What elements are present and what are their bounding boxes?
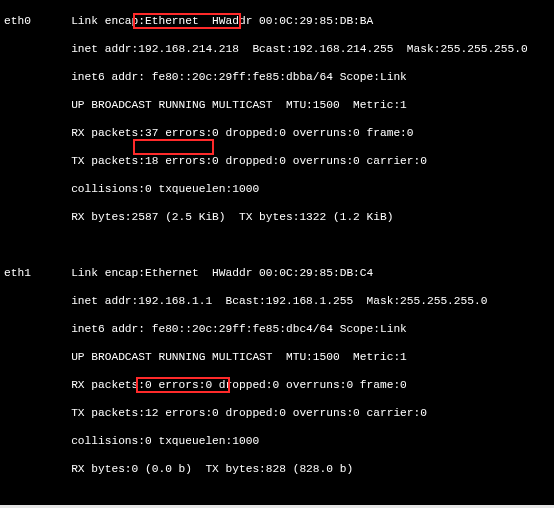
ifconfig-eth0-line: RX bytes:2587 (2.5 KiB) TX bytes:1322 (1…	[4, 210, 550, 224]
ifconfig-eth0-line: inet6 addr: fe80::20c:29ff:fe85:dbba/64 …	[4, 70, 550, 84]
ifconfig-eth0-line: eth0 Link encap:Ethernet HWaddr 00:0C:29…	[4, 14, 550, 28]
ifconfig-eth0-line: UP BROADCAST RUNNING MULTICAST MTU:1500 …	[4, 98, 550, 112]
ifconfig-eth1-line: collisions:0 txqueuelen:1000	[4, 434, 550, 448]
ifconfig-eth1-line: eth1 Link encap:Ethernet HWaddr 00:0C:29…	[4, 266, 550, 280]
ifconfig-eth1-line: UP BROADCAST RUNNING MULTICAST MTU:1500 …	[4, 350, 550, 364]
ifconfig-eth0-line: RX packets:37 errors:0 dropped:0 overrun…	[4, 126, 550, 140]
terminal-output[interactable]: eth0 Link encap:Ethernet HWaddr 00:0C:29…	[0, 0, 554, 508]
blank-line	[4, 490, 550, 504]
ifconfig-eth1-line: inet addr:192.168.1.1 Bcast:192.168.1.25…	[4, 294, 550, 308]
ifconfig-eth1-line: RX bytes:0 (0.0 b) TX bytes:828 (828.0 b…	[4, 462, 550, 476]
blank-line	[4, 238, 550, 252]
ifconfig-eth0-line: TX packets:18 errors:0 dropped:0 overrun…	[4, 154, 550, 168]
ifconfig-eth0-line: inet addr:192.168.214.218 Bcast:192.168.…	[4, 42, 550, 56]
ifconfig-eth1-line: RX packets:0 errors:0 dropped:0 overruns…	[4, 378, 550, 392]
ifconfig-eth1-line: TX packets:12 errors:0 dropped:0 overrun…	[4, 406, 550, 420]
ifconfig-eth1-line: inet6 addr: fe80::20c:29ff:fe85:dbc4/64 …	[4, 322, 550, 336]
highlight-eth1-ip	[133, 139, 214, 155]
ifconfig-eth0-line: collisions:0 txqueuelen:1000	[4, 182, 550, 196]
